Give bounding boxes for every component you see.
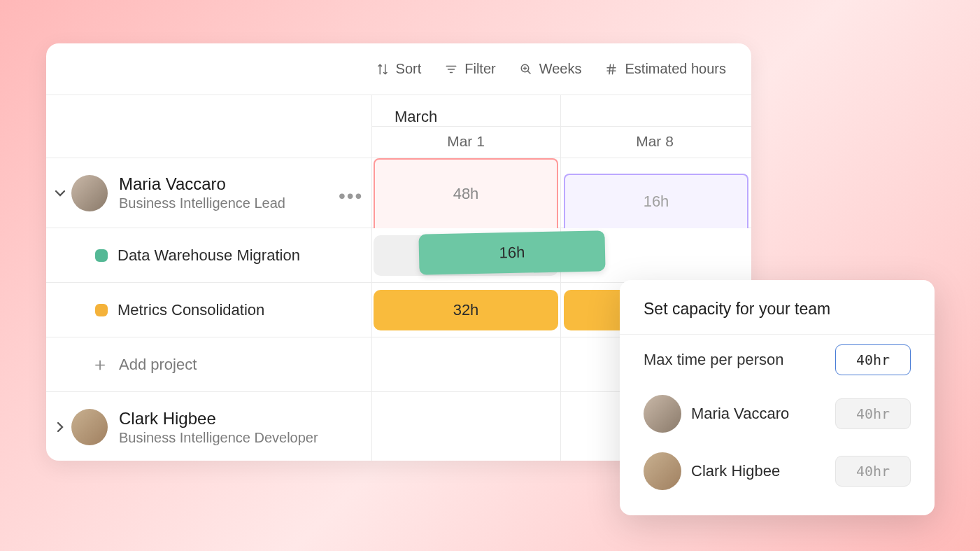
avatar — [644, 395, 681, 433]
person-row: Maria Vaccaro Business Intelligence Lead… — [46, 158, 751, 228]
grid-line — [560, 392, 561, 461]
weeks-label: Weeks — [539, 61, 582, 77]
person-info: Clark Higbee Business Intelligence Devel… — [119, 409, 318, 446]
grid-line — [371, 392, 372, 461]
capacity-person-row: Maria Vaccaro 40hr — [620, 385, 935, 442]
avatar — [71, 409, 108, 445]
capacity-input[interactable]: 40hr — [835, 456, 911, 487]
grid-line — [560, 283, 561, 337]
zoom-icon — [520, 63, 532, 76]
max-time-row: Max time per person 40hr — [620, 335, 935, 385]
filter-label: Filter — [464, 61, 495, 77]
grid-line — [371, 228, 372, 282]
estimated-hours-button[interactable]: Estimated hours — [605, 61, 726, 77]
capacity-person-name: Clark Higbee — [691, 462, 780, 480]
popover-title: Set capacity for your team — [620, 300, 935, 335]
grid-line — [560, 158, 561, 228]
more-actions-icon[interactable]: ••• — [339, 185, 363, 207]
project-color-dot — [95, 249, 108, 262]
grid-line — [371, 158, 372, 228]
expand-icon[interactable] — [52, 419, 69, 435]
month-label: March — [395, 108, 437, 126]
capacity-input[interactable]: 40hr — [835, 398, 911, 429]
person-name: Clark Higbee — [119, 409, 318, 428]
person-name: Maria Vaccaro — [119, 174, 285, 194]
person-info: Maria Vaccaro Business Intelligence Lead — [119, 174, 285, 211]
filter-button[interactable]: Filter — [445, 61, 495, 77]
timeline-header: March Mar 1 Mar 8 — [46, 95, 751, 158]
person-role: Business Intelligence Lead — [119, 195, 285, 211]
project-row: Data Warehouse Migration 16h — [46, 228, 751, 283]
allocation-bar[interactable]: 32h — [374, 290, 558, 330]
project-color-dot — [95, 304, 108, 316]
add-project-label: Add project — [119, 356, 197, 374]
capacity-underbooked[interactable]: 16h — [564, 174, 748, 228]
estimated-hours-label: Estimated hours — [625, 61, 726, 77]
avatar — [71, 175, 108, 211]
grid-line — [371, 126, 751, 127]
capacity-person-row: Clark Higbee 40hr — [620, 442, 935, 500]
grid-line — [371, 337, 372, 391]
person-role: Business Intelligence Developer — [119, 430, 318, 446]
sort-icon — [376, 63, 389, 76]
hash-icon — [605, 63, 618, 76]
project-label: Data Warehouse Migration — [118, 246, 300, 265]
sort-label: Sort — [396, 61, 422, 77]
plus-icon: ＋ — [91, 352, 109, 377]
project-label: Metrics Consolidation — [118, 301, 264, 319]
filter-icon — [445, 63, 457, 76]
allocation-bar-dragging[interactable]: 16h — [418, 230, 605, 275]
collapse-icon[interactable] — [52, 185, 69, 202]
max-time-label: Max time per person — [644, 351, 784, 369]
capacity-overbooked[interactable]: 48h — [374, 158, 558, 228]
allocation-hours: 16h — [499, 244, 525, 263]
max-time-input[interactable]: 40hr — [835, 344, 911, 375]
capacity-popover: Set capacity for your team Max time per … — [620, 280, 935, 515]
sort-button[interactable]: Sort — [376, 61, 422, 77]
toolbar: Sort Filter Weeks Estimated hours — [46, 43, 751, 95]
grid-line — [371, 283, 372, 337]
date-column-2: Mar 8 — [560, 133, 749, 150]
capacity-person-name: Maria Vaccaro — [691, 405, 789, 423]
date-column-1: Mar 1 — [371, 133, 560, 150]
avatar — [644, 452, 681, 490]
allocation-hours: 32h — [453, 301, 479, 319]
grid-line — [560, 337, 561, 391]
weeks-button[interactable]: Weeks — [520, 61, 582, 77]
